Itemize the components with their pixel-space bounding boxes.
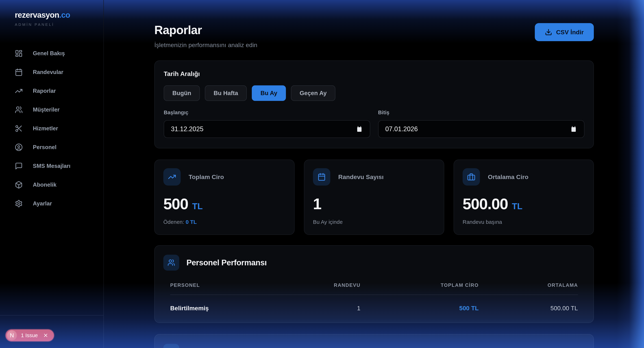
page-header: Raporlar İşletmenizin performansını anal… xyxy=(154,23,594,48)
sidebar-item-label: Raporlar xyxy=(33,88,56,94)
sidebar-item-label: Abonelik xyxy=(33,182,56,188)
page-subtitle: İşletmenizin performansını analiz edin xyxy=(154,42,258,48)
trending-up-icon xyxy=(163,168,181,186)
date-range-card: Tarih Aralığı Bugün Bu Hafta Bu Ay Geçen… xyxy=(154,60,594,148)
sidebar-item-sms-mesajlari[interactable]: SMS Mesajları xyxy=(15,160,104,172)
stat-subtext-accent: 0 TL xyxy=(186,219,197,225)
briefcase-icon xyxy=(163,344,179,348)
end-date-input[interactable]: 07.01.2026 xyxy=(378,120,584,138)
users-icon xyxy=(163,255,179,270)
stat-subtext-prefix: Ödenen: xyxy=(163,219,184,225)
date-range-title: Tarih Aralığı xyxy=(164,70,584,78)
sidebar-item-randevular[interactable]: Randevular xyxy=(15,66,104,78)
download-icon xyxy=(545,28,552,36)
stat-label: Ortalama Ciro xyxy=(488,174,528,180)
stat-unit: TL xyxy=(512,201,522,211)
staff-performance-table: PERSONEL RANDEVU TOPLAM CİRO ORTALAMA Be… xyxy=(163,282,585,312)
cell-average: 500.00 TL xyxy=(479,305,578,312)
service-popularity-card: Hizmet Popülaritesi xyxy=(154,334,594,348)
column-header-randevu: RANDEVU xyxy=(278,282,360,288)
start-date-value: 31.12.2025 xyxy=(171,125,204,133)
brand-subtitle: ADMİN PANELİ xyxy=(15,22,104,27)
preset-bu-ay-button[interactable]: Bu Ay xyxy=(252,86,286,101)
stat-subtext: Randevu başına xyxy=(462,219,585,225)
dashboard-icon xyxy=(15,50,23,58)
sidebar-item-personel[interactable]: Personel xyxy=(15,142,104,153)
sidebar-item-label: Personel xyxy=(33,144,56,150)
sidebar-item-label: SMS Mesajları xyxy=(33,163,70,169)
stat-label: Toplam Ciro xyxy=(188,174,224,180)
stat-value: 500 xyxy=(163,195,188,213)
user-circle-icon xyxy=(15,143,23,151)
csv-button-label: CSV İndir xyxy=(556,29,584,36)
column-header-ortalama: ORTALAMA xyxy=(479,282,578,288)
dev-issue-badge[interactable]: N 1 Issue xyxy=(6,329,54,342)
brand-logo: rezervasyon.co xyxy=(15,10,104,20)
end-date-label: Bitiş xyxy=(378,110,584,116)
date-preset-row: Bugün Bu Hafta Bu Ay Geçen Ay xyxy=(164,86,584,101)
end-date-field: Bitiş 07.01.2026 xyxy=(378,110,584,138)
stat-card-toplam-ciro: Toplam Ciro 500 TL Ödenen: 0 TL xyxy=(154,160,294,235)
sidebar-item-label: Ayarlar xyxy=(33,200,52,207)
stat-card-ortalama-ciro: Ortalama Ciro 500.00 TL Randevu başına xyxy=(454,160,594,235)
sidebar-item-ayarlar[interactable]: Ayarlar xyxy=(15,198,104,210)
stat-value: 1 xyxy=(313,195,321,213)
sidebar-item-raporlar[interactable]: Raporlar xyxy=(15,85,104,97)
main-content: Raporlar İşletmenizin performansını anal… xyxy=(104,0,644,348)
start-date-label: Başlangıç xyxy=(164,110,370,116)
service-popularity-title: Hizmet Popülaritesi xyxy=(186,347,258,348)
sidebar: rezervasyon.co ADMİN PANELİ Genel Bakış … xyxy=(0,0,104,348)
sidebar-item-label: Genel Bakış xyxy=(33,50,65,57)
staff-performance-card: Personel Performansı PERSONEL RANDEVU TO… xyxy=(154,245,594,323)
stat-label: Randevu Sayısı xyxy=(338,174,384,180)
stat-unit: TL xyxy=(192,201,203,211)
calendar-picker-icon[interactable] xyxy=(356,126,362,132)
sidebar-item-musteriler[interactable]: Müşteriler xyxy=(15,104,104,116)
stats-row: Toplam Ciro 500 TL Ödenen: 0 TL Randevu … xyxy=(154,160,594,235)
calendar-icon xyxy=(15,68,23,76)
issue-count-label: 1 Issue xyxy=(21,332,38,338)
cell-total-revenue: 500 TL xyxy=(360,305,479,312)
message-square-icon xyxy=(15,162,23,170)
table-row: Belirtilmemiş 1 500 TL 500.00 TL xyxy=(170,295,578,312)
package-icon xyxy=(15,181,23,189)
column-header-personel: PERSONEL xyxy=(170,282,278,288)
column-header-toplam-ciro: TOPLAM CİRO xyxy=(360,282,479,288)
sidebar-item-label: Randevular xyxy=(33,69,63,76)
sidebar-item-hizmetler[interactable]: Hizmetler xyxy=(15,123,104,134)
sidebar-nav: Genel Bakış Randevular Raporlar Müşteril… xyxy=(15,48,104,210)
trending-up-icon xyxy=(15,87,23,95)
calendar-picker-icon[interactable] xyxy=(570,126,577,132)
brand-tld: .co xyxy=(59,10,70,19)
csv-download-button[interactable]: CSV İndir xyxy=(535,23,594,41)
cell-appointments: 1 xyxy=(278,305,360,312)
sidebar-divider xyxy=(0,315,104,316)
end-date-value: 07.01.2026 xyxy=(385,125,418,133)
start-date-input[interactable]: 31.12.2025 xyxy=(164,120,370,138)
stat-value: 500.00 xyxy=(462,195,508,213)
close-icon[interactable] xyxy=(43,333,48,338)
stat-card-randevu-sayisi: Randevu Sayısı 1 Bu Ay içinde xyxy=(304,160,444,235)
sidebar-item-abonelik[interactable]: Abonelik xyxy=(15,179,104,190)
stat-subtext: Bu Ay içinde xyxy=(313,219,435,225)
preset-bu-hafta-button[interactable]: Bu Hafta xyxy=(205,86,247,101)
cell-staff-name: Belirtilmemiş xyxy=(170,305,278,312)
gear-icon xyxy=(15,200,23,208)
users-icon xyxy=(15,106,23,114)
nextjs-logo-icon: N xyxy=(7,330,17,340)
sidebar-item-genel-bakis[interactable]: Genel Bakış xyxy=(15,48,104,59)
stat-subtext: Ödenen: 0 TL xyxy=(163,219,286,225)
preset-bugun-button[interactable]: Bugün xyxy=(164,86,200,101)
brand-name: rezervasyon xyxy=(15,10,59,19)
sidebar-item-label: Müşteriler xyxy=(33,106,60,113)
sidebar-item-label: Hizmetler xyxy=(33,125,58,132)
staff-performance-title: Personel Performansı xyxy=(186,258,267,267)
briefcase-icon xyxy=(462,168,480,186)
start-date-field: Başlangıç 31.12.2025 xyxy=(164,110,370,138)
scissors-icon xyxy=(15,124,23,132)
page-title: Raporlar xyxy=(154,23,258,37)
table-header-row: PERSONEL RANDEVU TOPLAM CİRO ORTALAMA xyxy=(170,282,578,295)
preset-gecen-ay-button[interactable]: Geçen Ay xyxy=(291,86,335,101)
calendar-icon xyxy=(313,168,330,186)
